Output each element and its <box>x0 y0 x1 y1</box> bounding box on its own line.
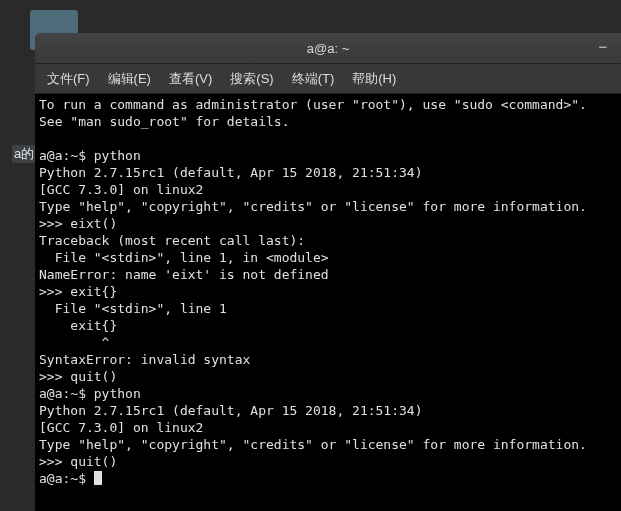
terminal-line: [GCC 7.3.0] on linux2 <box>39 420 203 435</box>
menu-help[interactable]: 帮助(H) <box>344 66 404 92</box>
terminal-line: Type "help", "copyright", "credits" or "… <box>39 199 587 214</box>
terminal-line: Traceback (most recent call last): <box>39 233 305 248</box>
terminal-window: a@a: ~ − 文件(F) 编辑(E) 查看(V) 搜索(S) 终端(T) 帮… <box>35 33 621 511</box>
terminal-line: Python 2.7.15rc1 (default, Apr 15 2018, … <box>39 165 430 180</box>
menu-file[interactable]: 文件(F) <box>39 66 98 92</box>
titlebar[interactable]: a@a: ~ − <box>35 33 621 64</box>
terminal-line: SyntaxError: invalid syntax <box>39 352 250 367</box>
terminal-line: a@a:~$ python <box>39 148 141 163</box>
terminal-line: NameError: name 'eixt' is not defined <box>39 267 329 282</box>
terminal-line: ^ <box>39 335 109 350</box>
terminal-line: [GCC 7.3.0] on linux2 <box>39 182 203 197</box>
terminal-prompt: a@a:~$ <box>39 471 94 486</box>
menu-search[interactable]: 搜索(S) <box>222 66 281 92</box>
terminal-line: File "<stdin>", line 1, in <module> <box>39 250 329 265</box>
menu-terminal[interactable]: 终端(T) <box>284 66 343 92</box>
menu-edit[interactable]: 编辑(E) <box>100 66 159 92</box>
terminal-line: >>> eixt() <box>39 216 117 231</box>
terminal-line: >>> exit{} <box>39 284 117 299</box>
minimize-button[interactable]: − <box>595 41 611 57</box>
terminal-line: >>> quit() <box>39 454 117 469</box>
window-title: a@a: ~ <box>307 41 349 56</box>
terminal-output[interactable]: To run a command as administrator (user … <box>35 94 621 511</box>
terminal-line: Python 2.7.15rc1 (default, Apr 15 2018, … <box>39 403 430 418</box>
menu-view[interactable]: 查看(V) <box>161 66 220 92</box>
desktop-label: a的 <box>12 145 36 163</box>
terminal-line: >>> quit() <box>39 369 117 384</box>
menubar: 文件(F) 编辑(E) 查看(V) 搜索(S) 终端(T) 帮助(H) <box>35 64 621 94</box>
terminal-line: File "<stdin>", line 1 <box>39 301 227 316</box>
terminal-line: exit{} <box>39 318 117 333</box>
terminal-line: a@a:~$ python <box>39 386 141 401</box>
terminal-line: Type "help", "copyright", "credits" or "… <box>39 437 587 452</box>
terminal-line: To run a command as administrator (user … <box>39 97 587 112</box>
terminal-line: See "man sudo_root" for details. <box>39 114 289 129</box>
cursor <box>94 471 102 485</box>
